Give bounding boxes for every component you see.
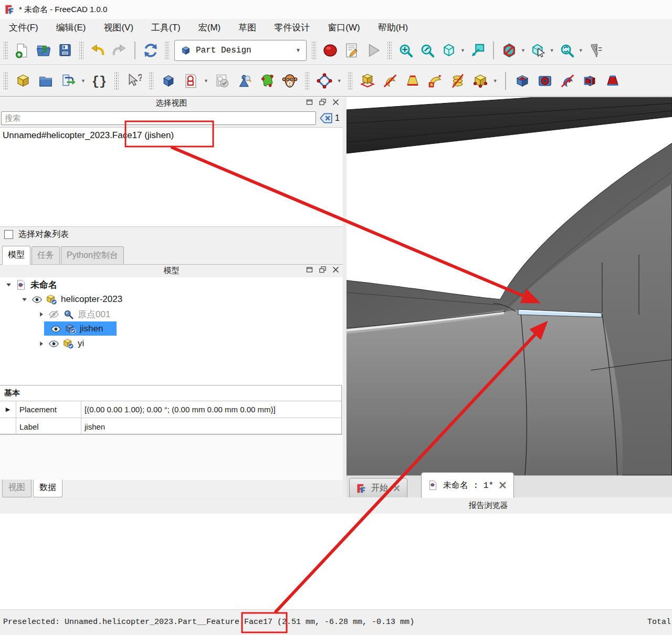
tab-view[interactable]: 视图 <box>2 480 32 497</box>
toolbar-grip[interactable] <box>348 72 352 90</box>
element-selection-button[interactable] <box>529 41 547 60</box>
additive-helix-button[interactable] <box>449 71 467 90</box>
menu-view[interactable]: 视图(V) <box>94 22 142 34</box>
dock-minimize-icon[interactable] <box>306 98 313 106</box>
chevron-down-icon[interactable]: ▼ <box>521 48 526 53</box>
rotor-beam[interactable] <box>346 97 672 153</box>
subtractive-pipe-button[interactable] <box>581 71 599 90</box>
tree-label[interactable]: yi <box>78 338 84 349</box>
menu-macro[interactable]: 宏(M) <box>190 22 229 34</box>
dock-float-icon[interactable] <box>319 266 327 274</box>
revolve-button[interactable] <box>381 71 399 90</box>
property-value[interactable]: jishen <box>81 422 341 431</box>
pad-button[interactable] <box>359 71 376 90</box>
visibility-eye-icon[interactable] <box>50 324 61 335</box>
subtractive-loft-button[interactable] <box>604 71 622 90</box>
close-icon[interactable]: ✕ <box>393 483 401 494</box>
tab-model[interactable]: 模型 <box>2 246 30 265</box>
property-row-label[interactable]: Label jishen <box>0 418 341 435</box>
chevron-down-icon[interactable]: ▼ <box>579 48 583 53</box>
save-button[interactable] <box>56 41 74 60</box>
toolbar-grip[interactable] <box>312 41 316 59</box>
menu-partdesign[interactable]: 零件设计 <box>265 22 319 34</box>
refresh-view-button[interactable] <box>558 41 576 60</box>
toolbar-grip[interactable] <box>114 72 119 90</box>
additive-loft-button[interactable] <box>404 71 422 90</box>
axonometric-view-button[interactable] <box>440 41 458 60</box>
mdi-tab-label[interactable]: 开始 <box>371 483 388 494</box>
macro-edit-button[interactable] <box>343 41 361 60</box>
toolbar-grip[interactable] <box>79 41 83 59</box>
clear-search-icon[interactable] <box>319 111 333 125</box>
measure-button[interactable] <box>587 41 605 60</box>
group-button[interactable] <box>37 71 55 90</box>
whats-this-button[interactable]: ? <box>125 71 143 90</box>
close-icon[interactable]: ✕ <box>498 479 507 492</box>
macro-record-button[interactable] <box>321 41 339 60</box>
export-button[interactable] <box>59 71 77 90</box>
fit-view-button[interactable] <box>469 41 487 60</box>
caret-down-icon[interactable] <box>5 282 12 288</box>
dock-minimize-icon[interactable] <box>306 266 313 274</box>
fit-selection-button[interactable] <box>418 41 436 60</box>
report-browser-titlebar[interactable]: 报告浏览器 <box>0 497 672 514</box>
tab-tasks[interactable]: 任务 <box>32 246 60 264</box>
fuselage-body[interactable] <box>346 310 623 475</box>
caret-down-icon[interactable] <box>21 296 28 303</box>
menu-help[interactable]: 帮助(H) <box>369 22 417 34</box>
chevron-down-icon[interactable]: ▼ <box>81 78 86 84</box>
groove-button[interactable] <box>559 71 576 90</box>
pocket-button[interactable] <box>513 71 531 90</box>
tree-row-document[interactable]: 未命名 <box>5 277 57 292</box>
3d-viewport[interactable] <box>346 97 672 475</box>
visibility-eye-off-icon[interactable] <box>48 309 59 320</box>
mdi-tab-start[interactable]: 开始 ✕ <box>349 478 407 498</box>
checkbox[interactable] <box>4 230 13 239</box>
workbench-selector[interactable]: Part Design ▼ <box>174 40 307 61</box>
create-part-button[interactable] <box>14 71 32 90</box>
face-colors-button[interactable] <box>258 71 276 90</box>
menu-window[interactable]: 窗口(W) <box>319 22 369 34</box>
clipping-off-button[interactable] <box>500 41 518 60</box>
search-input[interactable] <box>1 111 316 125</box>
toolbar-grip[interactable] <box>165 41 169 59</box>
sketch-tools-button[interactable] <box>316 71 333 90</box>
tree-label[interactable]: jishen <box>80 324 103 334</box>
property-group-header[interactable]: 基本 <box>0 386 341 401</box>
toolbar-grip[interactable] <box>149 72 153 90</box>
menu-tools[interactable]: 工具(T) <box>142 22 190 34</box>
tree-label[interactable]: helicopter-2023 <box>61 294 122 305</box>
create-body-button[interactable] <box>160 71 177 90</box>
mdi-tab-label[interactable]: 未命名 : 1* <box>443 480 494 491</box>
selection-view-titlebar[interactable]: 选择视图 <box>0 97 343 109</box>
close-icon[interactable] <box>332 98 340 106</box>
tree-label[interactable]: 未命名 <box>30 279 57 291</box>
dock-splitter[interactable] <box>343 97 346 497</box>
model-panel-titlebar[interactable]: 模型 <box>0 265 343 277</box>
selection-list[interactable]: Unnamed#helicopter_2023.Face17 (jishen) <box>0 127 343 227</box>
property-value[interactable]: [(0.00 0.00 1.00); 0.00 °; (0.00 mm 0.00… <box>81 405 341 414</box>
expand-caret-icon[interactable]: ▶ <box>0 406 16 413</box>
report-browser-content[interactable] <box>0 514 672 609</box>
new-file-button[interactable] <box>13 41 31 60</box>
toolbar-grip[interactable] <box>4 72 8 90</box>
toolbar-grip[interactable] <box>4 41 8 59</box>
visibility-eye-icon[interactable] <box>48 338 59 349</box>
caret-right-icon[interactable] <box>38 311 45 318</box>
macro-play-button[interactable] <box>364 41 382 60</box>
tab-data[interactable]: 数据 <box>33 480 62 497</box>
validate-sketch-button[interactable] <box>213 71 231 90</box>
caret-right-icon[interactable] <box>38 340 45 347</box>
tree-row-yi[interactable]: yi <box>38 336 84 351</box>
mascot-button[interactable] <box>281 71 299 90</box>
tree-label[interactable]: 原点001 <box>78 308 110 320</box>
selection-list-item[interactable]: Unnamed#helicopter_2023.Face17 (jishen) <box>3 130 174 141</box>
additive-sweep-button[interactable] <box>426 71 444 90</box>
toolbar-grip[interactable] <box>305 72 309 90</box>
open-file-button[interactable] <box>35 41 52 60</box>
menu-sketch[interactable]: 草图 <box>229 22 265 34</box>
visibility-eye-icon[interactable] <box>32 294 43 305</box>
chevron-down-icon[interactable]: ▼ <box>337 78 342 84</box>
close-icon[interactable] <box>332 266 340 274</box>
refresh-button[interactable] <box>142 41 160 60</box>
